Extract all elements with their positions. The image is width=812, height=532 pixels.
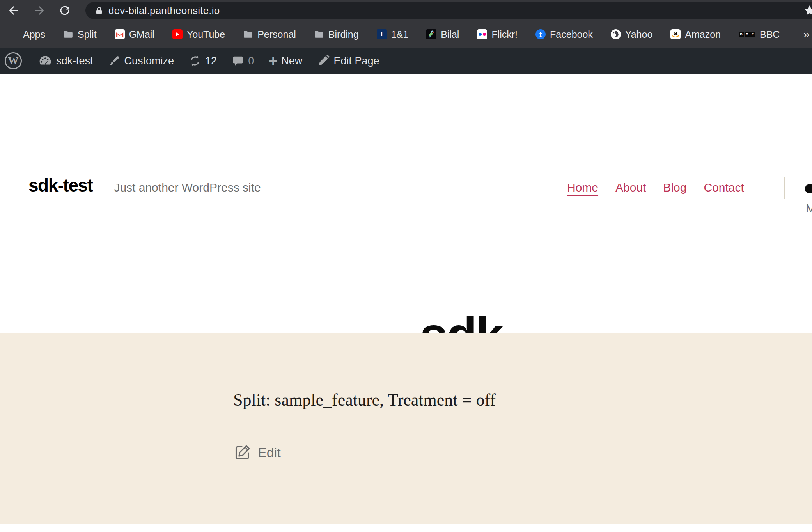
split-status-text: Split: sample_feature, Treatment = off [233,390,496,410]
globe-icon [611,29,621,39]
bookmark-youtube[interactable]: YouTube [172,29,225,40]
bookmark-label: GMail [129,29,154,40]
site-tagline: Just another WordPress site [114,182,261,193]
bookmark-facebook[interactable]: f Facebook [535,29,593,40]
folder-icon [63,29,73,39]
menu-label-partial[interactable]: M [806,202,812,215]
admin-new[interactable]: + New [269,55,302,67]
address-bar[interactable]: dev-bilal.pantheonsite.io [85,2,812,19]
bookmark-flickr[interactable]: Flickr! [477,29,518,40]
nav-link-contact[interactable]: Contact [704,182,744,193]
admin-new-label: New [281,55,302,67]
edit-pencil-square-icon [234,444,251,461]
admin-customize[interactable]: Customize [108,55,174,67]
bookmark-label: Amazon [685,29,721,40]
header-divider [784,177,785,199]
gmail-icon [115,29,125,39]
amazon-icon: a [670,29,681,39]
admin-edit-page[interactable]: Edit Page [317,55,379,67]
youtube-icon [172,29,183,39]
admin-comments[interactable]: 0 [232,55,254,67]
dashboard-gauge-icon [38,54,52,68]
post-content-section [0,333,812,524]
comment-bubble-icon [232,55,244,67]
bookmark-label: YouTube [187,29,225,40]
bookmark-label: Birding [328,29,359,40]
back-icon[interactable] [7,4,21,18]
plus-icon: + [269,55,277,67]
bookmarks-bar: Apps Split GMail YouTube Personal [0,21,812,48]
site-branding: sdk-test Just another WordPress site [28,176,261,194]
admin-updates[interactable]: 12 [189,55,217,67]
bookmark-label: Bilal [441,29,459,40]
bbc-icon: BBC [739,32,755,37]
bookmark-1and1[interactable]: I 1&1 [377,29,408,40]
wp-logo-menu[interactable]: W [5,52,22,69]
lock-icon[interactable] [94,6,104,15]
admin-updates-count: 12 [205,55,217,67]
forward-icon[interactable] [32,4,46,18]
admin-site-name-label: sdk-test [56,55,93,67]
bookmark-split[interactable]: Split [63,29,97,40]
bookmark-gmail[interactable]: GMail [115,29,154,40]
bookmark-label: Facebook [550,29,593,40]
bookmark-yahoo[interactable]: Yahoo [611,29,652,40]
update-arrows-icon [189,55,201,67]
wordpress-logo-icon: W [5,52,22,69]
admin-site-name[interactable]: sdk-test [38,54,93,68]
bookmark-apps[interactable]: Apps [9,29,45,40]
edit-post-link[interactable]: Edit [234,444,281,461]
admin-edit-page-label: Edit Page [333,55,379,67]
bookmark-label: 1&1 [391,29,408,40]
folder-icon [314,29,324,39]
admin-customize-label: Customize [124,55,174,67]
browser-window: dev-bilal.pantheonsite.io Apps Split G [0,0,812,532]
bookmark-birding[interactable]: Birding [314,29,359,40]
paintbrush-icon [108,55,121,67]
primary-nav: Home About Blog Contact [567,182,744,193]
flickr-icon [477,29,487,39]
facebook-icon: f [535,29,546,39]
site-header: sdk-test Just another WordPress site Hom… [0,74,812,333]
url-text[interactable]: dev-bilal.pantheonsite.io [108,5,220,17]
wp-admin-bar: W sdk-test Customize 12 0 + [0,48,812,74]
apps-grid-icon [9,29,19,39]
bird-photo-icon [426,29,436,39]
bookmark-label: BBC [760,29,780,40]
bookmark-bbc[interactable]: BBC BBC [739,29,780,40]
bookmark-label: Apps [23,29,45,40]
reload-icon[interactable] [58,4,72,18]
nav-link-blog[interactable]: Blog [663,182,686,193]
site-title[interactable]: sdk-test [28,176,92,194]
pencil-icon [317,55,330,67]
search-dot-icon[interactable] [805,184,812,193]
edit-link-label: Edit [258,445,281,460]
browser-toolbar: dev-bilal.pantheonsite.io [0,0,812,21]
nav-link-about[interactable]: About [615,182,646,193]
bookmark-star-icon[interactable] [803,4,812,17]
bookmarks-overflow-chevron-icon[interactable]: » [803,28,810,41]
nav-link-home[interactable]: Home [567,182,598,193]
bookmark-label: Personal [257,29,296,40]
admin-comments-count: 0 [248,55,254,67]
bookmark-bilal[interactable]: Bilal [426,29,459,40]
bookmark-label: Yahoo [625,29,652,40]
bookmark-label: Split [78,29,97,40]
next-section-strip [0,524,812,532]
bookmark-personal[interactable]: Personal [243,29,296,40]
oneandone-icon: I [377,29,387,39]
bookmark-amazon[interactable]: a Amazon [670,29,721,40]
bookmark-label: Flickr! [491,29,518,40]
folder-icon [243,29,253,39]
